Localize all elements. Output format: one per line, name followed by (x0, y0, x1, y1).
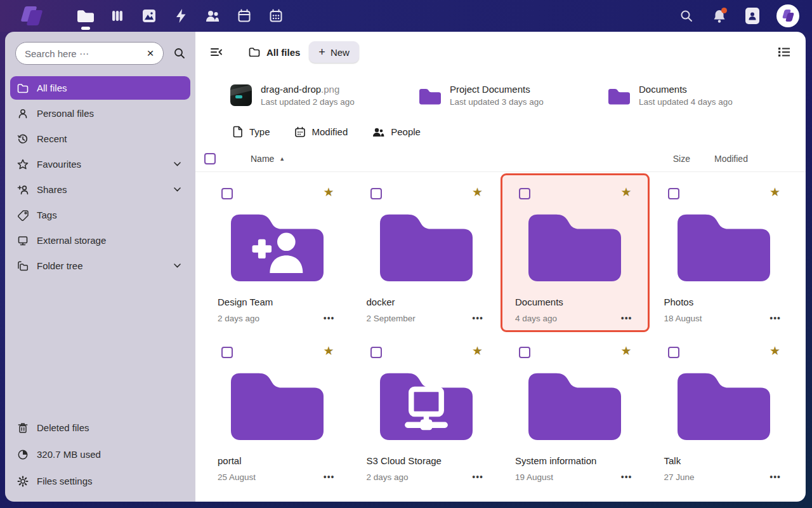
unified-search-button[interactable] (678, 7, 695, 25)
select-checkbox[interactable] (519, 188, 530, 199)
files-grid: ★ Design Team 2 days ago ••• (195, 172, 806, 491)
grid-card-s3-cloud-storage[interactable]: ★ S3 Cloud Storage 2 days ago ••• (352, 332, 501, 491)
search-input[interactable] (15, 42, 164, 65)
search-submit-button[interactable] (169, 43, 190, 64)
grid-card-system-information[interactable]: ★ System information 19 August ••• (501, 332, 650, 491)
actions-menu-button[interactable]: ••• (769, 472, 781, 482)
grid-card-design-team[interactable]: ★ Design Team 2 days ago ••• (203, 173, 352, 332)
trash-icon (17, 422, 29, 434)
history-icon (17, 133, 29, 145)
contacts-menu-button[interactable] (743, 7, 761, 25)
sidebar-item-shares[interactable]: Shares (10, 178, 190, 201)
recommended-folder-documents[interactable]: Documents Last updated 4 days ago (608, 84, 797, 107)
folder-icon (419, 86, 441, 105)
sidebar-item-tags[interactable]: Tags (10, 203, 190, 227)
page-background: × All files (0, 0, 812, 508)
grid-card-docker[interactable]: ★ docker 2 September ••• (352, 173, 501, 332)
notifications-button[interactable] (710, 7, 728, 25)
search-icon (679, 9, 693, 23)
grid-card-talk[interactable]: ★ Talk 27 June ••• (650, 332, 799, 491)
sidebar-item-personal-files[interactable]: Personal files (10, 102, 190, 125)
user-avatar[interactable] (776, 4, 799, 27)
select-checkbox[interactable] (370, 347, 382, 358)
select-checkbox[interactable] (668, 347, 679, 358)
filter-people[interactable]: People (372, 126, 421, 138)
folder-icon (215, 370, 340, 440)
sidebar-footer: Deleted files 320.7 MB used (5, 416, 195, 493)
sidebar-item-label: Favourites (37, 159, 81, 170)
app-calendar-grid[interactable] (268, 6, 284, 25)
app-calendar[interactable] (236, 6, 252, 25)
select-checkbox[interactable] (370, 188, 382, 199)
dashboard-icon (110, 9, 124, 23)
sidebar-search-row: × (5, 41, 195, 66)
filter-modified[interactable]: Modified (294, 126, 348, 138)
folder-icon (608, 86, 630, 105)
app-logo[interactable] (18, 4, 47, 27)
select-checkbox[interactable] (668, 188, 679, 199)
recommended-folder-project-documents[interactable]: Project Documents Last updated 3 days ag… (419, 84, 608, 107)
sidebar-item-all-files[interactable]: All files (10, 76, 190, 100)
select-checkbox[interactable] (519, 347, 530, 358)
monitor-icon (17, 235, 29, 246)
grid-card-portal[interactable]: ★ portal 25 August ••• (203, 332, 352, 491)
actions-menu-button[interactable]: ••• (324, 313, 335, 323)
grid-card-photos[interactable]: ★ Photos 18 August ••• (650, 173, 799, 332)
filter-bar: Type Modified (195, 107, 806, 138)
select-all-checkbox[interactable] (204, 153, 216, 164)
grid-card-documents[interactable]: ★ Documents 4 days ago ••• (501, 173, 650, 332)
content-header: All files + New (195, 32, 806, 66)
folder-shared-icon (215, 211, 340, 281)
sidebar-item-favourites[interactable]: Favourites (10, 152, 190, 176)
chevron-down-icon[interactable] (174, 162, 181, 166)
sidebar-item-deleted-files[interactable]: Deleted files (10, 416, 190, 439)
sidebar-item-folder-tree[interactable]: Folder tree (10, 254, 190, 277)
app-files[interactable] (77, 6, 94, 25)
chevron-down-icon[interactable] (174, 187, 181, 192)
sidebar-toggle-button[interactable] (208, 44, 225, 60)
sidebar-item-label: Shares (37, 184, 67, 195)
app-contacts[interactable] (204, 6, 221, 25)
chevron-down-icon[interactable] (174, 264, 181, 268)
tag-icon (17, 210, 29, 221)
column-size[interactable]: Size (673, 154, 690, 164)
sidebar-item-external-storage[interactable]: External storage (10, 229, 190, 252)
column-name[interactable]: Name ▲ (251, 154, 285, 164)
view-toggle-button[interactable] (775, 43, 793, 61)
activity-icon (174, 8, 188, 23)
sidebar-item-files-settings[interactable]: Files settings (10, 469, 190, 493)
actions-menu-button[interactable]: ••• (769, 313, 781, 323)
new-button[interactable]: + New (309, 41, 359, 63)
favourite-star-icon: ★ (620, 344, 631, 358)
actions-menu-button[interactable]: ••• (472, 472, 483, 482)
breadcrumb[interactable]: All files (249, 46, 300, 58)
actions-menu-button[interactable]: ••• (472, 313, 483, 323)
actions-menu-button[interactable]: ••• (621, 313, 632, 323)
clear-search-button[interactable]: × (143, 46, 157, 60)
actions-menu-button[interactable]: ••• (324, 472, 335, 482)
photos-icon (141, 8, 157, 23)
filter-type[interactable]: Type (232, 126, 270, 138)
file-name: Talk (662, 455, 787, 466)
actions-menu-button[interactable]: ••• (621, 472, 632, 482)
sidebar-item-storage-quota[interactable]: 320.7 MB used (10, 443, 190, 466)
folder-icon (513, 370, 638, 440)
file-status: Last updated 4 days ago (639, 97, 733, 107)
app-switcher (77, 6, 284, 25)
app-activity[interactable] (173, 6, 189, 25)
file-name: Photos (662, 297, 787, 307)
recommended-file-drag-and-drop[interactable]: drag-and-drop.png Last updated 2 days ag… (230, 84, 419, 107)
app-dashboard[interactable] (109, 6, 126, 25)
person-icon (17, 108, 29, 119)
sidebar-item-recent[interactable]: Recent (10, 127, 190, 150)
sort-ascending-icon: ▲ (279, 156, 285, 162)
contact-badge-icon (745, 8, 759, 24)
select-checkbox[interactable] (221, 347, 233, 358)
app-photos[interactable] (141, 6, 157, 25)
select-checkbox[interactable] (221, 188, 233, 199)
sidebar-item-label: Tags (37, 210, 57, 220)
folder-icon (249, 46, 260, 58)
column-modified[interactable]: Modified (714, 154, 769, 164)
folder-icon (513, 211, 638, 281)
file-date: 2 days ago (218, 314, 259, 323)
